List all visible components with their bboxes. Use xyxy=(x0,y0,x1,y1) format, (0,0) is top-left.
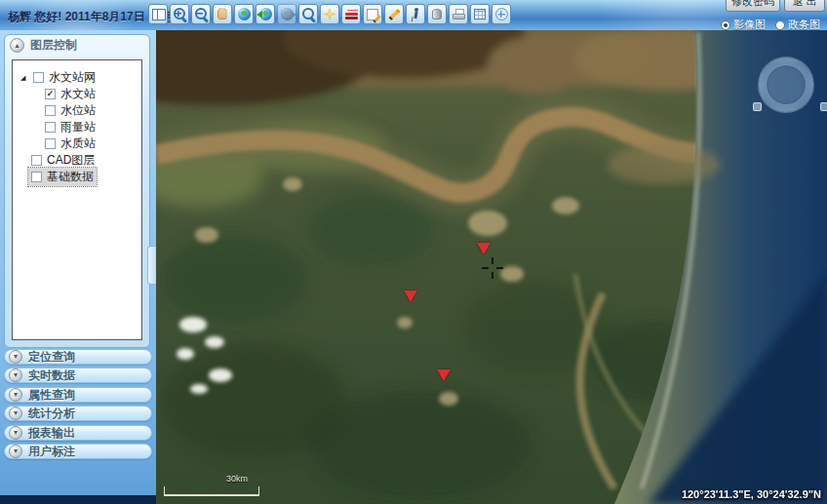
checkbox[interactable] xyxy=(31,172,42,182)
layer-panel-header: 图层控制 xyxy=(5,35,149,56)
scale-label: 30km xyxy=(226,474,248,484)
database-button[interactable] xyxy=(427,4,447,24)
zoom-out-icon xyxy=(194,7,209,21)
compass-right-button[interactable] xyxy=(820,102,827,111)
map-navigation-compass[interactable] xyxy=(759,58,813,112)
sidebar-panel-attribute-query[interactable]: 属性查询 xyxy=(4,387,152,403)
checkbox[interactable] xyxy=(31,155,42,166)
magnifier-icon xyxy=(301,7,316,21)
station-marker[interactable] xyxy=(437,369,451,381)
sidebar-panel-report-output[interactable]: 报表输出 xyxy=(4,425,152,441)
tree-row-hydrology-station: ✓ 水文站 xyxy=(13,86,141,102)
compass-move-icon xyxy=(494,7,509,21)
expand-panel-button[interactable] xyxy=(9,350,22,364)
navigate-button[interactable] xyxy=(492,4,511,24)
radio-icon xyxy=(721,20,730,30)
pencil-icon xyxy=(387,7,402,21)
layer-label: 基础数据 xyxy=(47,169,94,185)
layer-panel-title: 图层控制 xyxy=(30,37,77,54)
sidebar-collapse-handle[interactable] xyxy=(147,246,156,285)
layer-label: 水质站 xyxy=(60,136,96,152)
red-stack-icon xyxy=(344,7,359,21)
tree-row-cad-layer: CAD图层 xyxy=(13,152,141,169)
surveyor-icon xyxy=(409,7,423,21)
map-tool-strip xyxy=(148,4,511,24)
sidebar-panel-locate-query[interactable]: 定位查询 xyxy=(4,349,152,365)
printer-icon xyxy=(452,7,466,21)
panel-label: 定位查询 xyxy=(28,349,75,366)
change-password-button[interactable]: 修改密码 xyxy=(726,0,780,12)
app-window: 杨辉 您好! 2011年8月17日 星期三 修改密码 退 出 xyxy=(0,0,827,504)
print-button[interactable] xyxy=(449,4,468,24)
tree-row-water-level-station: 水位站 xyxy=(13,102,141,119)
table-icon xyxy=(473,7,488,21)
identify-button[interactable] xyxy=(298,4,318,24)
panel-label: 实时数据 xyxy=(28,368,75,384)
full-extent-button[interactable] xyxy=(234,4,254,24)
zoom-in-icon xyxy=(173,7,187,21)
globe-forward-icon xyxy=(280,7,295,21)
previous-extent-button[interactable] xyxy=(256,4,275,24)
sidebar-panel-statistics[interactable]: 统计分析 xyxy=(4,406,152,421)
expand-panel-button[interactable] xyxy=(9,445,22,458)
layer-tree: ◢ 水文站网 ✓ 水文站 水位站 xyxy=(12,59,142,340)
compass-left-button[interactable] xyxy=(753,102,762,111)
checkbox[interactable] xyxy=(33,72,44,83)
measure-button[interactable] xyxy=(406,4,425,24)
expand-panel-button[interactable] xyxy=(9,426,22,440)
zoom-out-button[interactable] xyxy=(191,4,211,24)
scale-bar xyxy=(164,486,259,496)
coordinate-readout: 120°23'11.3"E, 30°24'32.9"N xyxy=(682,488,821,500)
globe-back-icon xyxy=(258,7,273,21)
zoom-in-button[interactable] xyxy=(170,4,189,24)
logout-button[interactable]: 退 出 xyxy=(784,0,825,12)
layer-label: 雨量站 xyxy=(60,119,96,136)
expand-panel-button[interactable] xyxy=(9,407,22,420)
tree-row-rain-station: 雨量站 xyxy=(13,119,141,136)
checkbox[interactable] xyxy=(45,138,56,149)
annotate-button[interactable] xyxy=(363,4,382,24)
clear-button[interactable] xyxy=(341,4,361,24)
tree-row-hydro-network: ◢ 水文站网 xyxy=(13,69,141,86)
sidebar-panel-realtime-data[interactable]: 实时数据 xyxy=(4,368,152,383)
tree-expander-icon[interactable]: ◢ xyxy=(20,74,30,82)
collapse-panel-button[interactable] xyxy=(10,38,24,53)
layer-label: CAD图层 xyxy=(47,152,95,169)
panel-label: 报表输出 xyxy=(28,425,75,442)
layer-label: 水文站网 xyxy=(49,69,96,86)
layer-base-data[interactable]: 基础数据 xyxy=(28,168,97,186)
hand-icon xyxy=(216,7,230,21)
table-button[interactable] xyxy=(470,4,490,24)
crosshair-cursor xyxy=(482,257,503,279)
panel-label: 用户标注 xyxy=(28,444,75,460)
layer-label: 水文站 xyxy=(60,86,96,102)
top-toolbar: 杨辉 您好! 2011年8月17日 星期三 修改密码 退 出 xyxy=(0,0,827,31)
left-sidebar: 图层控制 ◢ 水文站网 ✓ 水文站 xyxy=(0,30,156,504)
station-marker[interactable] xyxy=(477,243,491,254)
expand-panel-button[interactable] xyxy=(9,388,22,402)
toggle-sidebar-button[interactable] xyxy=(148,4,168,24)
globe-icon xyxy=(237,7,252,21)
checkbox[interactable]: ✓ xyxy=(45,89,56,99)
station-marker[interactable] xyxy=(404,291,417,302)
star-icon xyxy=(323,7,337,21)
layer-label: 水位站 xyxy=(60,102,96,119)
draw-button[interactable] xyxy=(384,4,404,24)
database-icon xyxy=(430,7,445,21)
locate-button[interactable] xyxy=(320,4,339,24)
map-viewport[interactable]: 30km 120°23'11.3"E, 30°24'32.9"N xyxy=(156,30,827,504)
sidebar-bottom-strip xyxy=(0,495,156,504)
split-panel-icon xyxy=(151,7,166,21)
tree-row-water-quality-station: 水质站 xyxy=(13,136,141,152)
panel-label: 属性查询 xyxy=(28,387,75,404)
checkbox[interactable] xyxy=(45,105,56,116)
next-extent-button[interactable] xyxy=(277,4,296,24)
sidebar-panel-user-annotation[interactable]: 用户标注 xyxy=(4,444,152,459)
panel-label: 统计分析 xyxy=(28,406,75,422)
layer-control-panel: 图层控制 ◢ 水文站网 ✓ 水文站 xyxy=(4,34,150,348)
pan-button[interactable] xyxy=(213,4,232,24)
note-pencil-icon xyxy=(366,7,380,21)
radio-icon xyxy=(775,20,785,30)
expand-panel-button[interactable] xyxy=(9,368,22,382)
checkbox[interactable] xyxy=(45,122,56,133)
